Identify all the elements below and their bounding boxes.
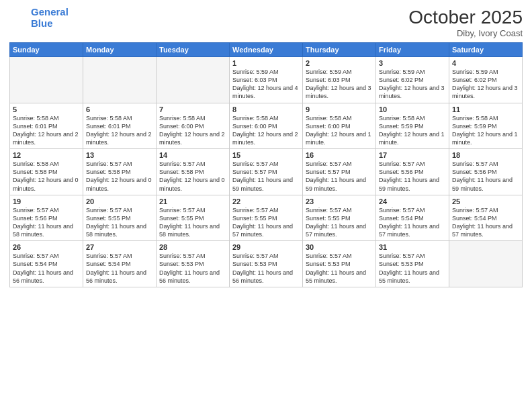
cell-info: Sunrise: 5:57 AM Sunset: 5:54 PM Dayligh… [13,252,80,285]
logo-text: General Blue [31,7,69,29]
cell-info: Sunrise: 5:57 AM Sunset: 5:57 PM Dayligh… [232,160,300,193]
day-header-monday: Monday [83,43,157,57]
day-number: 11 [452,105,519,113]
location: Diby, Ivory Coast [408,28,523,38]
cell-info: Sunrise: 5:57 AM Sunset: 5:55 PM Dayligh… [86,206,153,239]
cell-info: Sunrise: 5:58 AM Sunset: 6:00 PM Dayligh… [232,114,300,147]
day-number: 26 [13,243,80,251]
day-number: 23 [306,197,373,205]
day-number: 19 [13,197,80,205]
cell-info: Sunrise: 5:59 AM Sunset: 6:03 PM Dayligh… [232,68,300,101]
day-number: 10 [379,105,446,113]
day-number: 4 [452,59,519,67]
calendar-cell: 17Sunrise: 5:57 AM Sunset: 5:56 PM Dayli… [376,149,449,195]
calendar-cell: 15Sunrise: 5:57 AM Sunset: 5:57 PM Dayli… [230,149,303,195]
calendar-week-5: 26Sunrise: 5:57 AM Sunset: 5:54 PM Dayli… [10,241,523,287]
day-number: 18 [452,151,519,159]
cell-info: Sunrise: 5:57 AM Sunset: 5:54 PM Dayligh… [452,206,519,239]
calendar-cell: 30Sunrise: 5:57 AM Sunset: 5:53 PM Dayli… [303,241,376,287]
day-number: 1 [232,59,300,67]
calendar-cell: 23Sunrise: 5:57 AM Sunset: 5:55 PM Dayli… [303,195,376,241]
day-number: 3 [379,59,446,67]
day-number: 24 [379,197,446,205]
cell-info: Sunrise: 5:58 AM Sunset: 5:58 PM Dayligh… [13,160,80,193]
calendar-cell: 31Sunrise: 5:57 AM Sunset: 5:53 PM Dayli… [376,241,449,287]
calendar-cell: 29Sunrise: 5:57 AM Sunset: 5:53 PM Dayli… [230,241,303,287]
day-number: 2 [306,59,373,67]
calendar-cell: 1Sunrise: 5:59 AM Sunset: 6:03 PM Daylig… [230,57,303,103]
day-number: 25 [452,197,519,205]
calendar-cell [10,57,83,103]
day-number: 29 [232,243,300,251]
calendar-cell: 21Sunrise: 5:57 AM Sunset: 5:55 PM Dayli… [157,195,230,241]
calendar-cell: 20Sunrise: 5:57 AM Sunset: 5:55 PM Dayli… [83,195,157,241]
day-number: 30 [306,243,373,251]
cell-info: Sunrise: 5:57 AM Sunset: 5:53 PM Dayligh… [379,252,446,285]
calendar-cell: 9Sunrise: 5:58 AM Sunset: 6:00 PM Daylig… [303,103,376,149]
logo-icon [9,9,28,28]
calendar-cell: 3Sunrise: 5:59 AM Sunset: 6:02 PM Daylig… [376,57,449,103]
calendar-week-3: 12Sunrise: 5:58 AM Sunset: 5:58 PM Dayli… [10,149,523,195]
cell-info: Sunrise: 5:58 AM Sunset: 6:00 PM Dayligh… [306,114,373,147]
day-number: 31 [379,243,446,251]
calendar-cell: 27Sunrise: 5:57 AM Sunset: 5:54 PM Dayli… [83,241,157,287]
day-number: 17 [379,151,446,159]
calendar-cell: 5Sunrise: 5:58 AM Sunset: 6:01 PM Daylig… [10,103,83,149]
calendar-cell: 28Sunrise: 5:57 AM Sunset: 5:53 PM Dayli… [157,241,230,287]
cell-info: Sunrise: 5:58 AM Sunset: 6:00 PM Dayligh… [159,114,226,147]
calendar-week-4: 19Sunrise: 5:57 AM Sunset: 5:56 PM Dayli… [10,195,523,241]
day-number: 16 [306,151,373,159]
day-number: 21 [159,197,226,205]
day-number: 9 [306,105,373,113]
cell-info: Sunrise: 5:57 AM Sunset: 5:57 PM Dayligh… [306,160,373,193]
cell-info: Sunrise: 5:58 AM Sunset: 5:59 PM Dayligh… [452,114,519,147]
cell-info: Sunrise: 5:58 AM Sunset: 6:01 PM Dayligh… [13,114,80,147]
cell-info: Sunrise: 5:59 AM Sunset: 6:02 PM Dayligh… [379,68,446,101]
calendar-cell: 10Sunrise: 5:58 AM Sunset: 5:59 PM Dayli… [376,103,449,149]
day-header-wednesday: Wednesday [230,43,303,57]
cell-info: Sunrise: 5:59 AM Sunset: 6:03 PM Dayligh… [306,68,373,101]
month-title: October 2025 [408,7,523,28]
day-number: 14 [159,151,226,159]
title-block: October 2025 Diby, Ivory Coast [408,7,523,38]
calendar-cell: 2Sunrise: 5:59 AM Sunset: 6:03 PM Daylig… [303,57,376,103]
calendar-cell: 6Sunrise: 5:58 AM Sunset: 6:01 PM Daylig… [83,103,157,149]
cell-info: Sunrise: 5:57 AM Sunset: 5:55 PM Dayligh… [306,206,373,239]
header: General Blue October 2025 Diby, Ivory Co… [9,7,523,38]
cell-info: Sunrise: 5:57 AM Sunset: 5:54 PM Dayligh… [379,206,446,239]
calendar-cell: 22Sunrise: 5:57 AM Sunset: 5:55 PM Dayli… [230,195,303,241]
calendar-cell: 19Sunrise: 5:57 AM Sunset: 5:56 PM Dayli… [10,195,83,241]
calendar-cell: 4Sunrise: 5:59 AM Sunset: 6:02 PM Daylig… [449,57,523,103]
day-number: 7 [159,105,226,113]
day-number: 12 [13,151,80,159]
page: General Blue October 2025 Diby, Ivory Co… [0,0,532,411]
calendar-cell: 7Sunrise: 5:58 AM Sunset: 6:00 PM Daylig… [157,103,230,149]
cell-info: Sunrise: 5:57 AM Sunset: 5:56 PM Dayligh… [379,160,446,193]
calendar-cell: 8Sunrise: 5:58 AM Sunset: 6:00 PM Daylig… [230,103,303,149]
calendar-cell: 18Sunrise: 5:57 AM Sunset: 5:56 PM Dayli… [449,149,523,195]
cell-info: Sunrise: 5:57 AM Sunset: 5:53 PM Dayligh… [232,252,300,285]
calendar-cell [157,57,230,103]
cell-info: Sunrise: 5:57 AM Sunset: 5:55 PM Dayligh… [232,206,300,239]
calendar-cell [83,57,157,103]
calendar-header-row: SundayMondayTuesdayWednesdayThursdayFrid… [10,43,523,57]
cell-info: Sunrise: 5:58 AM Sunset: 5:59 PM Dayligh… [379,114,446,147]
day-header-tuesday: Tuesday [157,43,230,57]
logo: General Blue [9,7,69,29]
day-number: 13 [86,151,153,159]
day-number: 8 [232,105,300,113]
day-number: 5 [13,105,80,113]
cell-info: Sunrise: 5:57 AM Sunset: 5:53 PM Dayligh… [159,252,226,285]
day-header-friday: Friday [376,43,449,57]
day-header-thursday: Thursday [303,43,376,57]
calendar-cell: 16Sunrise: 5:57 AM Sunset: 5:57 PM Dayli… [303,149,376,195]
cell-info: Sunrise: 5:57 AM Sunset: 5:54 PM Dayligh… [86,252,153,285]
cell-info: Sunrise: 5:58 AM Sunset: 6:01 PM Dayligh… [86,114,153,147]
calendar-cell: 26Sunrise: 5:57 AM Sunset: 5:54 PM Dayli… [10,241,83,287]
cell-info: Sunrise: 5:57 AM Sunset: 5:58 PM Dayligh… [86,160,153,193]
cell-info: Sunrise: 5:57 AM Sunset: 5:58 PM Dayligh… [159,160,226,193]
day-header-sunday: Sunday [10,43,83,57]
day-number: 28 [159,243,226,251]
cell-info: Sunrise: 5:57 AM Sunset: 5:53 PM Dayligh… [306,252,373,285]
calendar-cell: 25Sunrise: 5:57 AM Sunset: 5:54 PM Dayli… [449,195,523,241]
